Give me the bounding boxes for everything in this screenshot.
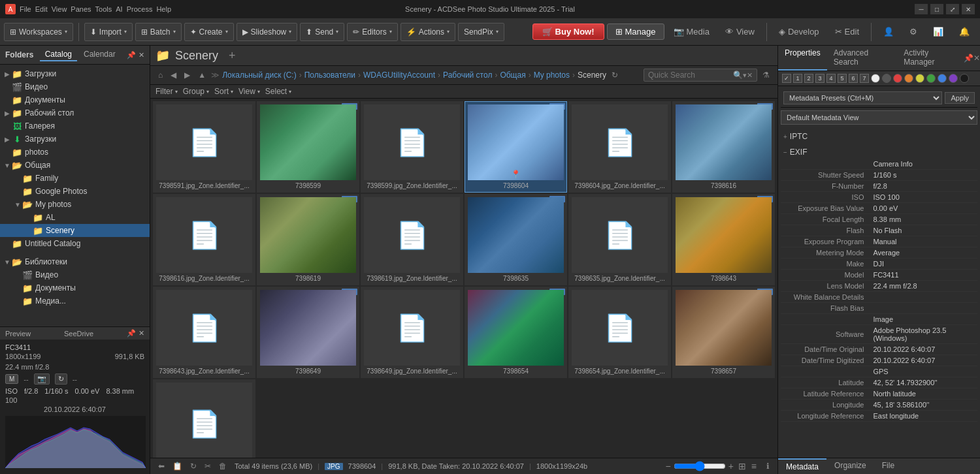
path-drive[interactable]: Локальный диск (C:)	[222, 71, 297, 80]
tab-properties[interactable]: Properties	[778, 46, 827, 71]
nav-home-button[interactable]: ⌂	[155, 69, 165, 81]
file-item[interactable]: JPG 7398649	[257, 287, 359, 378]
tree-item-photos[interactable]: 📁 photos	[0, 146, 150, 159]
color-red[interactable]	[893, 74, 902, 83]
maximize-button[interactable]: ⤢	[946, 4, 959, 14]
file-item[interactable]: JPG 7398635	[465, 194, 567, 285]
nav-up-button[interactable]: ▲	[195, 69, 208, 81]
file-item[interactable]: JPG 7398654	[465, 287, 567, 378]
file-item[interactable]: 📄 7398643.jpg_Zone.Identifier_...	[153, 287, 255, 378]
tab-advanced-search[interactable]: Advanced Search	[827, 46, 897, 71]
zoom-in-button[interactable]: +	[728, 461, 734, 471]
tab-organize[interactable]: Organize	[826, 458, 874, 474]
path-obschaya[interactable]: Общая	[500, 71, 525, 80]
tree-item-docs1[interactable]: 📁 Документы	[0, 93, 150, 106]
num-btn-5[interactable]: 5	[838, 74, 847, 83]
exif-header[interactable]: − EXIF	[781, 146, 977, 159]
buy-now-button[interactable]: 🛒 Buy Now!	[532, 24, 604, 40]
import-button[interactable]: ⬇ Import ▾	[84, 23, 133, 41]
file-item[interactable]: 📄 7398654.jpg_Zone.Identifier_...	[568, 287, 671, 378]
status-copy-button[interactable]: 📋	[170, 461, 185, 471]
num-btn-6[interactable]: 6	[849, 74, 858, 83]
file-item-selected[interactable]: JPG 📍 7398604	[465, 101, 567, 193]
sort-button[interactable]: Sort ▾	[214, 87, 233, 96]
view-filter-button[interactable]: View ▾	[238, 87, 260, 96]
notif-button[interactable]: 🔔	[953, 24, 976, 39]
tree-item-googlephotos[interactable]: 📁 Google Photos	[0, 185, 150, 198]
group-button[interactable]: Group ▾	[183, 87, 209, 96]
num-btn-1[interactable]: 1	[793, 74, 802, 83]
tree-item-al[interactable]: 📁 AL	[0, 211, 150, 224]
sendpix-button[interactable]: SendPix ▾	[458, 23, 504, 41]
num-btn-4[interactable]: 4	[826, 74, 836, 83]
color-gray[interactable]	[882, 74, 891, 83]
search-input[interactable]	[648, 71, 733, 80]
camera-icon-btn[interactable]: 📷	[34, 373, 50, 385]
file-item[interactable]: 📄 7398604.jpg_Zone.Identifier_...	[568, 101, 671, 193]
rotate-btn[interactable]: ↻	[55, 373, 67, 385]
color-white[interactable]	[871, 74, 880, 83]
tree-item-gallery[interactable]: 🖼 Галерея	[0, 119, 150, 133]
file-item[interactable]: 📄 7398616.jpg_Zone.Identifier_...	[153, 194, 255, 285]
file-item[interactable]: JPG 7398643	[672, 194, 775, 285]
panel-close-button[interactable]: ✕	[139, 51, 144, 59]
file-item[interactable]: JPG 7398616	[672, 101, 775, 193]
path-myphotos[interactable]: My photos	[534, 71, 570, 80]
check-all-box[interactable]: ✓	[782, 74, 791, 83]
tree-item-scenery[interactable]: 📁 Scenery	[0, 224, 150, 237]
search-clear-button[interactable]: ✕	[747, 71, 753, 80]
tree-item-myphotos[interactable]: ▼ 📂 My photos	[0, 198, 150, 211]
tree-item-load1[interactable]: ▶ 📁 Загрузки	[0, 67, 150, 80]
color-orange[interactable]	[904, 74, 913, 83]
restore-button[interactable]: □	[930, 4, 943, 14]
preview-pin-button[interactable]: 📌	[127, 329, 136, 338]
right-pin-button[interactable]: 📌	[964, 46, 973, 71]
color-black[interactable]	[960, 74, 969, 83]
filter-button[interactable]: Filter ▾	[155, 87, 178, 96]
color-blue[interactable]	[938, 74, 947, 83]
path-account[interactable]: WDAGUtilityAccount	[363, 71, 435, 80]
status-delete-button[interactable]: 🗑	[216, 461, 229, 471]
metadata-preset-select[interactable]: Metadata Presets (Ctrl+M)	[783, 91, 942, 104]
actions-button[interactable]: ⚡ Actions ▾	[400, 23, 455, 41]
minimize-button[interactable]: ─	[915, 4, 928, 14]
settings-button[interactable]: ⚙	[903, 24, 924, 39]
tree-item-media[interactable]: 📁 Медиа...	[0, 294, 150, 308]
zoom-out-button[interactable]: −	[665, 461, 670, 471]
tree-item-desktop[interactable]: ▶ 📁 Рабочий стол	[0, 106, 150, 119]
list-view-button[interactable]: ≡	[749, 460, 759, 472]
num-btn-7[interactable]: 7	[860, 74, 869, 83]
grid-view-button[interactable]: ⊞	[736, 460, 748, 472]
num-btn-2[interactable]: 2	[804, 74, 813, 83]
slideshow-button[interactable]: ▶ Slideshow ▾	[237, 23, 298, 41]
file-item[interactable]: JPG 7398657	[672, 287, 775, 378]
status-info-button[interactable]: ℹ	[764, 461, 772, 471]
tab-activity-manager[interactable]: Activity Manager	[897, 46, 964, 71]
folder-add-button[interactable]: +	[229, 49, 236, 63]
person-button[interactable]: 👤	[877, 24, 900, 39]
preview-close-button[interactable]: ✕	[139, 329, 144, 338]
workspaces-button[interactable]: ⊞ Workspaces ▾	[4, 23, 73, 41]
file-item[interactable]: 📄	[153, 379, 255, 458]
file-item[interactable]: 📄 7398649.jpg_Zone.Identifier_...	[361, 287, 463, 378]
media-button[interactable]: 📷 Media	[667, 24, 716, 39]
file-item[interactable]: 📄 7398635.jpg_Zone.Identifier_...	[568, 194, 671, 285]
zoom-slider[interactable]	[674, 461, 726, 471]
manage-button[interactable]: ⊞ Manage	[607, 24, 664, 40]
tree-item-family[interactable]: 📁 Family	[0, 172, 150, 185]
tree-item-video1[interactable]: 🎬 Видео	[0, 80, 150, 93]
iptc-header[interactable]: + IPTC	[781, 130, 977, 143]
pin-button[interactable]: 📌	[127, 51, 136, 59]
tree-item-obschaya[interactable]: ▼ 📂 Общая	[0, 159, 150, 172]
file-item[interactable]: JPG 7398599	[257, 101, 359, 193]
path-desktop[interactable]: Рабочий стол	[443, 71, 492, 80]
tree-item-load2[interactable]: ▶ ⬇ Загрузки	[0, 133, 150, 146]
editors-button[interactable]: ✏ Editors ▾	[347, 23, 397, 41]
num-btn-3[interactable]: 3	[815, 74, 825, 83]
file-item[interactable]: JPG 7398619	[257, 194, 359, 285]
tab-metadata[interactable]: Metadata	[778, 458, 826, 474]
color-green[interactable]	[926, 74, 936, 83]
tree-item-video2[interactable]: 🎬 Видео	[0, 268, 150, 281]
file-item[interactable]: 📄 7398599.jpg_Zone.Identifier_...	[361, 101, 463, 193]
send-button[interactable]: ⬆ Send ▾	[300, 23, 344, 41]
